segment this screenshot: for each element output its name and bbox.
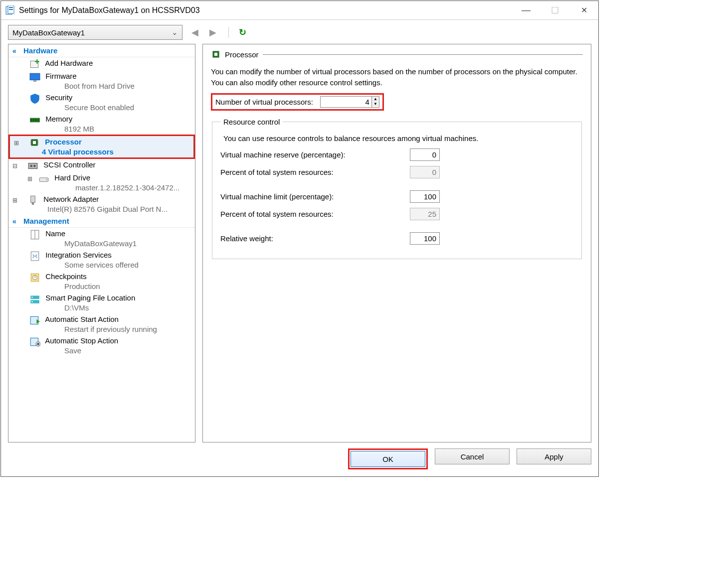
close-button[interactable]: ✕ — [569, 1, 598, 20]
tree-sublabel: master.1.2.18252.1-304-2472... — [27, 183, 192, 192]
svg-rect-13 — [38, 119, 39, 121]
tree-label: Integration Services — [45, 251, 112, 259]
svg-rect-39 — [31, 301, 32, 302]
tree-item-security[interactable]: Security Secure Boot enabled — [8, 92, 195, 113]
toolbar-separator — [228, 27, 229, 38]
spinner-down-button[interactable]: ▼ — [372, 102, 379, 107]
hardware-section-header[interactable]: « Hardware — [8, 44, 195, 57]
management-section-header[interactable]: « Management — [8, 215, 195, 228]
svg-rect-38 — [31, 297, 32, 298]
integration-icon — [29, 251, 40, 261]
rc-limit-total-label: Percent of total system resources: — [220, 210, 410, 218]
tree-label: Memory — [45, 115, 72, 123]
rc-reserve-input[interactable] — [410, 148, 440, 161]
tree-sublabel: Save — [29, 346, 192, 355]
collapse-icon[interactable]: ⊟ — [12, 162, 18, 169]
svg-rect-31 — [31, 252, 38, 261]
expand-icon[interactable]: ⊞ — [27, 175, 33, 182]
svg-rect-28 — [32, 202, 34, 204]
tree-label: Smart Paging File Location — [45, 294, 135, 302]
rc-limit-input[interactable] — [410, 190, 440, 203]
svg-rect-15 — [33, 141, 36, 144]
dialog-buttons: OK Cancel Apply — [1, 448, 598, 476]
rc-reserve-total-label: Percent of total system resources: — [220, 168, 410, 176]
content-area: « Hardware Add Hardware Firmware Boot fr… — [1, 44, 598, 448]
rc-weight-row: Relative weight: — [220, 232, 573, 245]
tree-item-auto-stop[interactable]: Automatic Stop Action Save — [8, 335, 195, 356]
tree-sublabel: Some services offered — [29, 261, 192, 269]
auto-start-icon — [29, 315, 40, 325]
rc-weight-input[interactable] — [410, 232, 440, 245]
tree-sublabel: Intel(R) 82576 Gigabit Dual Port N... — [12, 205, 192, 213]
header-divider — [263, 54, 583, 55]
tree-item-memory[interactable]: Memory 8192 MB — [8, 113, 195, 135]
vproc-spinner[interactable]: ▲ ▼ — [320, 96, 379, 108]
rc-limit-row: Virtual machine limit (percentage): — [220, 190, 573, 203]
checkpoints-icon — [29, 272, 40, 282]
rc-reserve-row: Virtual machine reserve (percentage): — [220, 148, 573, 161]
rc-weight-label: Relative weight: — [220, 234, 410, 243]
scsi-icon — [27, 160, 38, 170]
spinner-buttons: ▲ ▼ — [371, 97, 379, 107]
rc-limit-label: Virtual machine limit (percentage): — [220, 192, 410, 201]
cancel-button[interactable]: Cancel — [435, 448, 510, 464]
tree-item-name[interactable]: Name MyDataBoxGateway1 — [8, 228, 195, 249]
tree-label: SCSI Controller — [43, 160, 95, 169]
svg-point-23 — [30, 165, 32, 167]
panel-title: Processor — [225, 50, 259, 59]
toolbar: MyDataBoxGateway1 ⌄ ◀ ▶ ↻ — [1, 20, 598, 44]
tree-item-smart-paging[interactable]: Smart Paging File Location D:\VMs — [8, 292, 195, 313]
spinner-up-button[interactable]: ▲ — [372, 97, 379, 102]
tree-label: Automatic Stop Action — [45, 336, 118, 345]
ok-button[interactable]: OK — [351, 451, 425, 467]
panel-header: Processor — [211, 49, 583, 59]
app-icon — [5, 5, 15, 15]
tree-item-add-hardware[interactable]: Add Hardware — [8, 57, 195, 70]
tree-item-checkpoints[interactable]: Checkpoints Production — [8, 271, 195, 292]
auto-stop-icon — [29, 336, 40, 346]
processor-icon — [29, 138, 40, 147]
rc-reserve-label: Virtual machine reserve (percentage): — [220, 150, 410, 159]
tree-sublabel: Secure Boot enabled — [29, 103, 192, 112]
ok-highlight: OK — [348, 448, 428, 469]
resource-control-legend: Resource control — [220, 118, 283, 126]
refresh-button[interactable]: ↻ — [239, 27, 246, 38]
panel-description: You can modify the number of virtual pro… — [211, 66, 583, 88]
section-label: Management — [23, 217, 69, 225]
nav-forward-button[interactable]: ▶ — [207, 27, 218, 38]
svg-rect-11 — [33, 119, 34, 121]
nav-back-button[interactable]: ◀ — [189, 27, 200, 38]
tree-item-scsi[interactable]: ⊟ SCSI Controller — [8, 159, 195, 172]
vproc-input[interactable] — [321, 97, 371, 107]
collapse-icon: « — [12, 217, 15, 225]
smart-paging-icon — [29, 294, 40, 303]
tree-label: Add Hardware — [45, 59, 93, 67]
minimize-button[interactable]: — — [512, 1, 540, 20]
maximize-button: ☐ — [540, 1, 569, 20]
svg-rect-3 — [9, 9, 13, 10]
tree-label: Processor — [45, 138, 81, 146]
vm-dropdown[interactable]: MyDataBoxGateway1 ⌄ — [8, 25, 182, 40]
tree-item-network[interactable]: ⊞ Network Adapter Intel(R) 82576 Gigabit… — [8, 193, 195, 215]
expand-icon[interactable]: ⊞ — [12, 197, 18, 204]
settings-tree: « Hardware Add Hardware Firmware Boot fr… — [8, 44, 195, 442]
network-adapter-icon — [27, 195, 38, 205]
expand-icon[interactable]: ⊞ — [14, 140, 20, 147]
collapse-icon: « — [12, 47, 15, 55]
tree-label: Checkpoints — [45, 272, 87, 281]
tree-item-integration[interactable]: Integration Services Some services offer… — [8, 249, 195, 271]
tree-label: Automatic Start Action — [45, 315, 119, 323]
svg-point-26 — [46, 179, 47, 180]
apply-button[interactable]: Apply — [517, 448, 591, 464]
svg-rect-22 — [28, 163, 37, 169]
tree-item-auto-start[interactable]: Automatic Start Action Restart if previo… — [8, 313, 195, 335]
svg-rect-27 — [31, 196, 35, 202]
monitor-icon — [29, 72, 40, 82]
tree-item-hard-drive[interactable]: ⊞ Hard Drive master.1.2.18252.1-304-2472… — [8, 172, 195, 193]
svg-rect-8 — [33, 81, 37, 82]
tree-sublabel: Boot from Hard Drive — [29, 82, 192, 90]
tree-item-processor[interactable]: ⊞ Processor 4 Virtual processors — [8, 135, 195, 159]
tree-item-firmware[interactable]: Firmware Boot from Hard Drive — [8, 70, 195, 92]
vproc-label: Number of virtual processors: — [215, 98, 313, 106]
tree-sublabel: Production — [29, 282, 192, 291]
